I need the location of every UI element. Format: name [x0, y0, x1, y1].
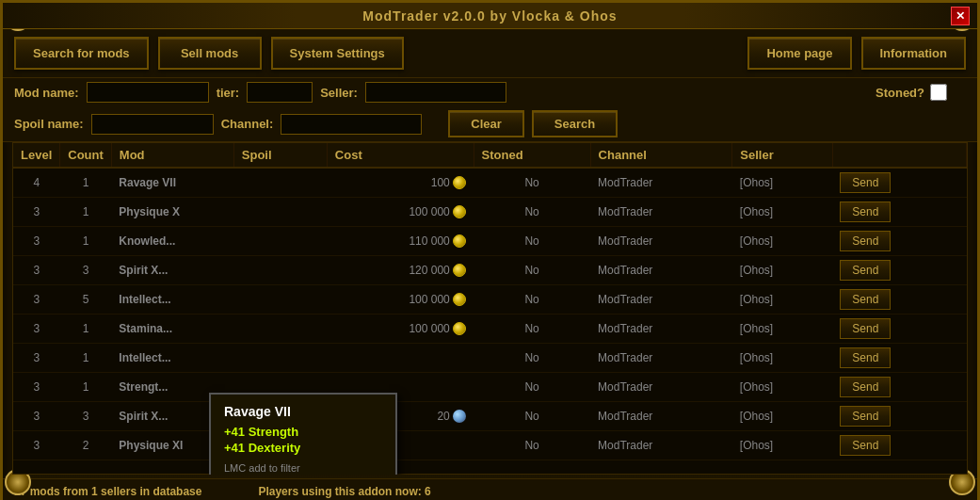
window-title: ModTrader v2.0.0 by Vlocka & Ohos — [362, 8, 617, 24]
col-stoned: Stoned — [474, 143, 590, 168]
cell-spoil — [233, 198, 327, 227]
send-button[interactable]: Send — [840, 406, 891, 427]
cell-send[interactable]: Send — [832, 431, 966, 460]
cell-level: 3 — [13, 344, 60, 373]
cell-level: 3 — [13, 227, 60, 256]
cell-count: 1 — [60, 373, 112, 402]
gold-coin-icon — [453, 264, 466, 277]
cell-level: 3 — [13, 431, 60, 460]
table-row[interactable]: 4 1 Ravage VII 100 No ModTrader [Ohos] S… — [13, 168, 967, 198]
table-row[interactable]: 3 1 Intellect... No ModTrader [Ohos] Sen… — [13, 344, 967, 373]
cell-send[interactable]: Send — [832, 256, 966, 285]
cell-channel: ModTrader — [590, 373, 732, 402]
cell-mod: Stamina... — [111, 315, 233, 344]
cell-send[interactable]: Send — [832, 227, 966, 256]
table-row[interactable]: 3 1 Physique X 100 000 No ModTrader [Oho… — [13, 198, 967, 227]
send-button[interactable]: Send — [840, 202, 891, 222]
send-button[interactable]: Send — [840, 435, 891, 456]
cell-count: 5 — [60, 285, 112, 315]
col-mod: Mod — [111, 143, 233, 168]
status-bar: 17 mods from 1 sellers in database Playe… — [3, 478, 977, 500]
cell-mod: Spirit X... — [111, 256, 233, 285]
stoned-checkbox[interactable] — [930, 84, 947, 101]
cell-level: 3 — [13, 198, 60, 227]
table-wrapper: Level Count Mod Spoil Cost Stoned Channe… — [7, 142, 973, 475]
home-page-button[interactable]: Home page — [747, 37, 851, 70]
send-button[interactable]: Send — [840, 260, 891, 281]
cell-level: 3 — [13, 315, 60, 344]
cell-send[interactable]: Send — [832, 373, 966, 402]
table-row[interactable]: 3 3 Spirit X... 20 No ModTrader [Ohos] S… — [13, 402, 967, 431]
tier-input[interactable] — [247, 82, 313, 103]
search-mods-button[interactable]: Search for mods — [14, 37, 149, 70]
send-button[interactable]: Send — [840, 377, 891, 397]
cell-send[interactable]: Send — [832, 402, 966, 431]
gold-coin-icon — [453, 205, 466, 218]
cell-spoil — [233, 285, 327, 315]
gold-coin-icon — [453, 176, 466, 189]
send-button[interactable]: Send — [840, 231, 891, 251]
cell-seller: [Ohos] — [732, 285, 832, 315]
col-channel: Channel — [590, 143, 732, 168]
table-row[interactable]: 3 5 Intellect... 100 000 No ModTrader [O… — [13, 285, 967, 315]
gold-coin-icon — [453, 293, 466, 306]
cell-stoned: No — [474, 373, 590, 402]
cell-count: 1 — [60, 198, 112, 227]
cell-channel: ModTrader — [590, 198, 732, 227]
sell-mods-button[interactable]: Sell mods — [158, 37, 262, 70]
channel-input[interactable] — [281, 114, 422, 135]
cell-stoned: No — [474, 168, 590, 198]
search-button[interactable]: Search — [532, 110, 618, 137]
send-button[interactable]: Send — [840, 289, 891, 310]
send-button[interactable]: Send — [840, 347, 891, 368]
cell-spoil — [233, 168, 327, 198]
cell-level: 3 — [13, 373, 60, 402]
table-row[interactable]: 3 2 Physique XI No ModTrader [Ohos] Send — [13, 431, 967, 460]
table-container[interactable]: Level Count Mod Spoil Cost Stoned Channe… — [12, 142, 968, 475]
tooltip-bonus-1: +41 Strength — [224, 425, 382, 439]
cell-spoil — [233, 227, 327, 256]
table-row[interactable]: 3 1 Strengt... No ModTrader [Ohos] Send — [13, 373, 967, 402]
cell-level: 3 — [13, 285, 60, 315]
cell-send[interactable]: Send — [832, 315, 966, 344]
send-button[interactable]: Send — [840, 172, 891, 193]
cell-seller: [Ohos] — [732, 315, 832, 344]
cell-count: 2 — [60, 431, 112, 460]
cell-cost: 100 000 — [327, 198, 474, 227]
information-button[interactable]: Information — [861, 37, 967, 70]
stoned-section: Stoned? — [876, 84, 947, 101]
table-row[interactable]: 3 3 Spirit X... 120 000 No ModTrader [Oh… — [13, 256, 967, 285]
tooltip-title: Ravage VII — [224, 404, 382, 419]
cell-send[interactable]: Send — [832, 285, 966, 315]
cell-cost: 100 000 — [327, 315, 474, 344]
cell-stoned: No — [474, 227, 590, 256]
system-settings-button[interactable]: System Settings — [271, 37, 404, 70]
cell-spoil — [233, 315, 327, 344]
send-button[interactable]: Send — [840, 318, 891, 339]
cell-cost: 110 000 — [327, 227, 474, 256]
cell-count: 1 — [60, 344, 112, 373]
gold-coin-icon — [453, 322, 466, 335]
cell-seller: [Ohos] — [732, 373, 832, 402]
seller-input[interactable] — [365, 82, 506, 103]
cell-send[interactable]: Send — [832, 168, 966, 198]
mod-name-input[interactable] — [87, 82, 209, 103]
cell-send[interactable]: Send — [832, 344, 966, 373]
cell-stoned: No — [474, 431, 590, 460]
cell-seller: [Ohos] — [732, 344, 832, 373]
cell-send[interactable]: Send — [832, 198, 966, 227]
clear-button[interactable]: Clear — [448, 110, 524, 137]
cell-channel: ModTrader — [590, 227, 732, 256]
close-button[interactable]: ✕ — [951, 7, 970, 25]
filter-row-2: Spoil name: Channel: Clear Search — [3, 106, 977, 141]
cell-channel: ModTrader — [590, 168, 732, 198]
cell-channel: ModTrader — [590, 402, 732, 431]
cell-seller: [Ohos] — [732, 402, 832, 431]
spoil-name-input[interactable] — [91, 114, 214, 135]
stoned-label: Stoned? — [876, 86, 924, 100]
channel-label: Channel: — [221, 117, 274, 131]
table-row[interactable]: 3 1 Knowled... 110 000 No ModTrader [Oho… — [13, 227, 967, 256]
filters-section: Mod name: tier: Seller: Stoned? Spoil na… — [3, 78, 977, 142]
table-row[interactable]: 3 1 Stamina... 100 000 No ModTrader [Oho… — [13, 315, 967, 344]
mods-table: Level Count Mod Spoil Cost Stoned Channe… — [13, 143, 967, 460]
